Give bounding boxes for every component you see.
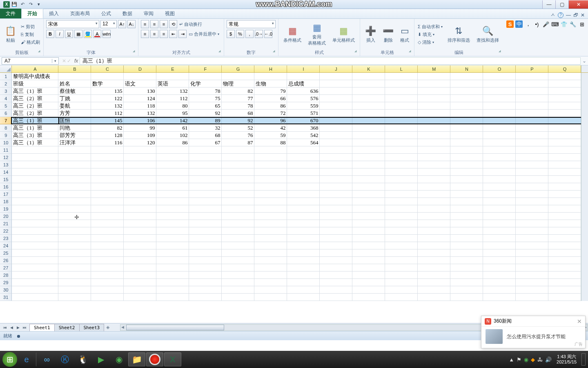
delete-cells-button[interactable]: ➖删除 — [380, 20, 396, 49]
ime-skin-icon[interactable]: 👕 — [560, 20, 568, 28]
cell-B19[interactable] — [58, 205, 91, 212]
cell-H17[interactable] — [254, 191, 287, 197]
cell-H31[interactable] — [254, 294, 287, 301]
cell-O5[interactable] — [483, 102, 516, 109]
cell-O8[interactable] — [483, 124, 516, 131]
cell-K4[interactable] — [352, 95, 385, 102]
cell-M23[interactable] — [418, 235, 450, 242]
cell-J2[interactable] — [320, 80, 352, 87]
cell-K20[interactable] — [352, 213, 385, 220]
cell-B24[interactable] — [58, 242, 91, 249]
cell-G5[interactable]: 78 — [222, 102, 254, 109]
cell-G3[interactable]: 82 — [222, 88, 254, 94]
cell-P30[interactable] — [516, 286, 548, 293]
cell-J22[interactable] — [320, 227, 352, 234]
cell-P8[interactable] — [516, 124, 548, 131]
row-header-8[interactable]: 8 — [0, 124, 12, 132]
cell-N15[interactable] — [450, 176, 483, 183]
cell-F4[interactable]: 75 — [189, 95, 222, 102]
cell-I13[interactable] — [287, 161, 320, 168]
cell-I29[interactable] — [287, 279, 320, 286]
tab-file[interactable]: 文件 — [0, 9, 21, 18]
column-header-F[interactable]: F — [189, 65, 222, 72]
fill-color-button[interactable]: 🪣 — [84, 30, 92, 38]
decrease-indent-icon[interactable]: ⇤ — [169, 30, 177, 38]
formula-input[interactable]: 高三（1）班 — [80, 57, 581, 65]
tray-flag-icon[interactable]: ⚑ — [517, 357, 521, 363]
cell-P16[interactable] — [516, 183, 548, 190]
ime-lang-icon[interactable]: 中 — [515, 20, 523, 28]
cell-E8[interactable]: 61 — [156, 124, 189, 131]
cell-F12[interactable] — [189, 154, 222, 161]
cell-H9[interactable]: 59 — [254, 132, 287, 139]
cell-L28[interactable] — [385, 272, 418, 278]
cell-N26[interactable] — [450, 257, 483, 264]
cell-P21[interactable] — [516, 220, 548, 227]
currency-icon[interactable]: $ — [227, 30, 235, 38]
cell-D11[interactable] — [124, 146, 156, 153]
cell-B7[interactable]: 匡恒 — [58, 118, 91, 123]
row-header-10[interactable]: 10 — [0, 139, 12, 146]
cell-L6[interactable] — [385, 110, 418, 117]
cell-B23[interactable] — [58, 235, 91, 242]
cell-M15[interactable] — [418, 176, 450, 183]
cell-I26[interactable] — [287, 257, 320, 264]
tray-expand-icon[interactable]: ▲ — [509, 357, 514, 363]
cell-E30[interactable] — [156, 286, 189, 293]
cell-B31[interactable] — [58, 294, 91, 301]
decrease-font-icon[interactable]: A↓ — [127, 20, 136, 28]
cell-L1[interactable] — [385, 73, 418, 80]
cell-O29[interactable] — [483, 279, 516, 286]
row-header-13[interactable]: 13 — [0, 161, 12, 168]
cell-H21[interactable] — [254, 220, 287, 227]
cell-B15[interactable] — [58, 176, 91, 183]
cell-P18[interactable] — [516, 198, 548, 205]
cell-Q16[interactable] — [548, 183, 581, 190]
cell-Q3[interactable] — [548, 88, 581, 94]
phonetic-button[interactable]: wén — [102, 30, 111, 38]
cell-O22[interactable] — [483, 227, 516, 234]
autosum-button[interactable]: Σ自动求和▾ — [417, 23, 443, 30]
cell-O25[interactable] — [483, 249, 516, 256]
font-name-combo[interactable]: 宋体 — [46, 20, 99, 28]
cell-A21[interactable] — [12, 220, 58, 227]
column-header-Q[interactable]: Q — [548, 65, 581, 72]
cell-D6[interactable]: 132 — [124, 110, 156, 117]
column-header-O[interactable]: O — [483, 65, 516, 72]
taskbar-ie-icon[interactable]: e — [18, 352, 35, 366]
cell-I16[interactable] — [287, 183, 320, 190]
tray-volume-icon[interactable]: 🔊 — [545, 357, 552, 363]
cell-D16[interactable] — [124, 183, 156, 190]
cell-N7[interactable] — [450, 118, 483, 123]
tab-公式[interactable]: 公式 — [96, 9, 117, 18]
cell-I4[interactable]: 576 — [287, 95, 320, 102]
cell-C22[interactable] — [91, 227, 124, 234]
cell-F25[interactable] — [189, 249, 222, 256]
cell-L19[interactable] — [385, 205, 418, 212]
cell-L15[interactable] — [385, 176, 418, 183]
doc-minimize-icon[interactable]: — — [566, 12, 571, 18]
cell-M1[interactable] — [418, 73, 450, 80]
tab-数据[interactable]: 数据 — [117, 9, 138, 18]
cell-B13[interactable] — [58, 161, 91, 168]
sogou-icon[interactable]: S — [506, 20, 514, 28]
cell-J12[interactable] — [320, 154, 352, 161]
ime-tool-icon[interactable]: 🔧 — [569, 20, 577, 28]
number-format-combo[interactable]: 常规 — [227, 20, 276, 28]
tray-app1-icon[interactable]: ◉ — [524, 357, 528, 363]
cell-G8[interactable]: 52 — [222, 124, 254, 131]
cell-B5[interactable]: 姜航 — [58, 102, 91, 109]
cell-I6[interactable]: 571 — [287, 110, 320, 117]
cell-K15[interactable] — [352, 176, 385, 183]
cell-P24[interactable] — [516, 242, 548, 249]
cell-D24[interactable] — [124, 242, 156, 249]
cell-I5[interactable]: 559 — [287, 102, 320, 109]
cell-H11[interactable] — [254, 146, 287, 153]
cell-L23[interactable] — [385, 235, 418, 242]
cell-E28[interactable] — [156, 272, 189, 278]
cell-O15[interactable] — [483, 176, 516, 183]
cell-N2[interactable] — [450, 80, 483, 87]
cell-B4[interactable]: 丁姚 — [58, 95, 91, 102]
cell-M14[interactable] — [418, 168, 450, 175]
cell-G17[interactable] — [222, 191, 254, 197]
